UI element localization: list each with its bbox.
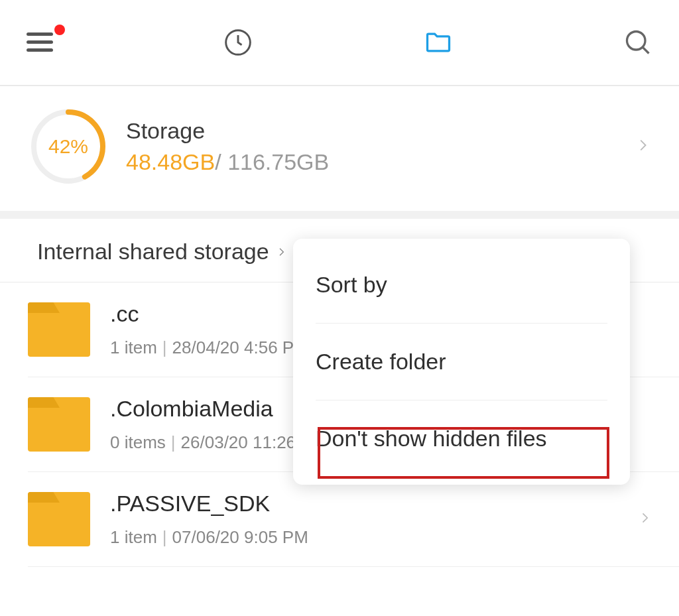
- storage-ring-icon: 42%: [29, 107, 107, 186]
- svg-line-2: [643, 47, 648, 53]
- chevron-right-icon: [635, 133, 650, 160]
- menu-sort-by[interactable]: Sort by: [293, 247, 630, 323]
- storage-total: 116.75GB: [227, 149, 329, 174]
- folder-row[interactable]: .PASSIVE_SDK 1 item|07/06/20 9:05 PM: [28, 472, 679, 567]
- folder-meta: 0 items|26/03/20 11:26: [110, 432, 296, 453]
- folder-icon: [28, 492, 90, 546]
- svg-point-1: [627, 32, 645, 50]
- notification-dot-icon: [54, 25, 65, 35]
- folder-meta: 1 item|07/06/20 9:05 PM: [110, 527, 308, 548]
- menu-button[interactable]: [27, 32, 53, 52]
- clock-icon: [223, 28, 253, 57]
- search-icon: [623, 27, 652, 58]
- chevron-right-icon: [638, 507, 651, 532]
- storage-percent: 42%: [29, 107, 107, 186]
- folder-icon: [28, 397, 90, 452]
- recent-tab[interactable]: [223, 28, 253, 57]
- storage-used: 48.48GB: [126, 149, 215, 174]
- breadcrumb-label: Internal shared storage: [37, 239, 269, 265]
- folder-name: .PASSIVE_SDK: [110, 491, 308, 517]
- folder-name: .cc: [110, 301, 308, 327]
- overflow-menu: Sort by Create folder Don't show hidden …: [293, 239, 630, 485]
- chevron-right-icon: [276, 243, 286, 261]
- search-button[interactable]: [623, 28, 652, 57]
- app-bar: [0, 0, 679, 86]
- folders-tab[interactable]: [424, 28, 453, 57]
- folder-meta: 1 item|28/04/20 4:56 PM: [110, 338, 308, 358]
- folder-icon: [28, 302, 90, 357]
- storage-title: Storage: [126, 118, 329, 144]
- folder-name: .ColombiaMedia: [110, 396, 296, 422]
- storage-sep: /: [215, 149, 227, 174]
- menu-toggle-hidden[interactable]: Don't show hidden files: [293, 400, 630, 477]
- folder-icon: [424, 28, 453, 57]
- storage-info: Storage 48.48GB/ 116.75GB: [126, 118, 329, 175]
- storage-summary[interactable]: 42% Storage 48.48GB/ 116.75GB: [0, 86, 679, 219]
- menu-create-folder[interactable]: Create folder: [293, 324, 630, 400]
